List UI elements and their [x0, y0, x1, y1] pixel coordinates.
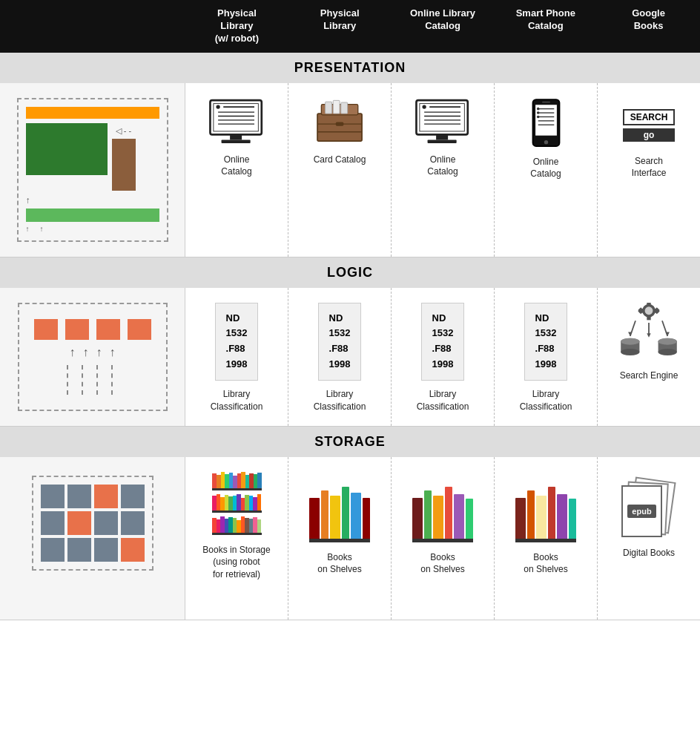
svg-point-20	[422, 105, 426, 108]
storage-shelves	[212, 472, 262, 535]
sg-1	[41, 485, 65, 508]
svg-rect-27	[428, 139, 457, 142]
presentation-row: ◁ - - ↑ ↑ ↑	[0, 83, 700, 257]
search-box-display: SEARCH	[623, 109, 675, 125]
logic-col1-label: LibraryClassification	[211, 388, 263, 413]
sg-10	[67, 538, 91, 562]
svg-rect-42	[647, 303, 650, 306]
sb4-6	[569, 499, 576, 539]
svg-rect-39	[542, 101, 550, 102]
header-col5: GoogleBooks	[597, 0, 700, 53]
card-catalog-icon	[312, 98, 368, 146]
sb2-4	[342, 487, 349, 539]
lib-card-1: ND1532.F881998	[215, 303, 259, 381]
svg-rect-17	[335, 122, 343, 125]
ui-orange-bar	[26, 107, 159, 119]
presentation-col3-label: OnlineCatalog	[427, 154, 458, 179]
vline-1	[67, 365, 74, 395]
shelf-arrow-2: ↑	[83, 346, 89, 359]
logic-label: LOGIC	[0, 257, 700, 288]
b2-12	[257, 494, 261, 510]
sb4-4	[548, 487, 555, 539]
arrow-down-2: ↑	[40, 225, 44, 233]
sb2-2	[321, 490, 328, 539]
header-col4: Smart PhoneCatalog	[494, 0, 597, 53]
logic-col5: Search Engine	[598, 288, 700, 426]
presentation-col3: OnlineCatalog	[392, 83, 495, 257]
sb2-6	[363, 498, 370, 539]
logic-col4-label: LibraryClassification	[520, 388, 572, 413]
lib-card-4: ND1532.F881998	[524, 303, 568, 381]
logic-col5-label: Search Engine	[620, 370, 678, 382]
vline-3	[96, 365, 104, 395]
vline-2	[82, 365, 89, 395]
sb4-2	[527, 490, 535, 539]
sb3-3	[433, 496, 443, 539]
storage-col1: Books in Storage(using robotfor retrieva…	[185, 457, 288, 620]
shelf-box-4	[128, 319, 151, 340]
sg-9	[41, 538, 65, 562]
logic-col3-label: LibraryClassification	[417, 388, 469, 413]
presentation-cols: OnlineCatalog Card Catalog	[185, 83, 700, 257]
shelf-arrow-1: ↑	[70, 346, 76, 359]
svg-point-35	[536, 108, 539, 111]
svg-rect-19	[420, 103, 464, 131]
header-col2: PhysicalLibrary	[288, 0, 392, 53]
storage-label: STORAGE	[0, 427, 700, 457]
sb2-5	[351, 493, 361, 539]
storage-col2: Bookson Shelves	[288, 457, 392, 620]
arrow-up-indicator: ↑	[26, 195, 30, 206]
svg-rect-43	[647, 316, 650, 320]
logic-row: ↑ ↑ ↑ ↑ ND1532.F881998 LibraryClassifica…	[0, 288, 700, 427]
sg-6	[67, 511, 91, 535]
storage-col4-label: Bookson Shelves	[524, 551, 567, 577]
phone-icon	[529, 98, 563, 148]
monitor-icon-3	[413, 98, 472, 146]
ui-green-bottom	[26, 209, 159, 222]
logic-col1: ND1532.F881998 LibraryClassification	[185, 288, 288, 426]
sb4-5	[557, 494, 567, 539]
svg-marker-54	[647, 333, 650, 337]
ui-bottom-arrows: ↑ ↑	[26, 225, 159, 233]
svg-point-2	[216, 105, 219, 108]
sg-8	[121, 511, 145, 535]
storage-grid	[41, 485, 145, 562]
storage-cols: Books in Storage(using robotfor retrieva…	[185, 457, 700, 620]
sb4-1	[515, 498, 526, 539]
presentation-col4-label: OnlineCatalog	[530, 156, 561, 181]
svg-point-37	[536, 115, 539, 118]
presentation-col2: Card Catalog	[288, 83, 392, 257]
arrow-down-1: ↑	[26, 225, 30, 233]
sb3-4	[445, 487, 452, 539]
storage-shelf-1	[212, 472, 262, 490]
storage-col4: Bookson Shelves	[495, 457, 598, 620]
arrow-dashed-right: ◁ - -	[116, 126, 131, 136]
presentation-col5-label: SearchInterface	[632, 155, 667, 180]
ui-arrow-up-area: ↑	[26, 195, 159, 206]
epub-label-text: epub	[627, 505, 656, 518]
sb2-3	[330, 496, 340, 539]
presentation-left-diagram: ◁ - - ↑ ↑ ↑	[0, 83, 185, 257]
shelf-box-1	[34, 319, 58, 340]
storage-col5: epub Digital Books	[598, 457, 700, 620]
storage-col3: Bookson Shelves	[392, 457, 495, 620]
storage-col5-label: Digital Books	[623, 547, 675, 559]
ui-green-main	[26, 123, 108, 175]
shelf-row-2	[67, 365, 119, 395]
svg-rect-1	[214, 103, 258, 131]
svg-rect-13	[333, 100, 340, 114]
presentation-col2-label: Card Catalog	[314, 154, 366, 166]
shelf-box-3	[96, 319, 120, 340]
standing-books-3	[412, 487, 473, 542]
logic-col2-label: LibraryClassification	[314, 388, 366, 413]
sb3-6	[466, 499, 473, 539]
sb3-5	[454, 494, 464, 539]
ui-mockup-container: ◁ - - ↑ ↑ ↑	[17, 98, 168, 242]
svg-point-62	[658, 349, 677, 355]
presentation-col1-label: OnlineCatalog	[221, 154, 251, 179]
epub-icon: epub	[615, 479, 682, 542]
storage-col3-label: Bookson Shelves	[420, 551, 464, 577]
header-col0	[0, 0, 185, 53]
book-r12	[257, 473, 262, 488]
sg-2	[67, 485, 91, 508]
